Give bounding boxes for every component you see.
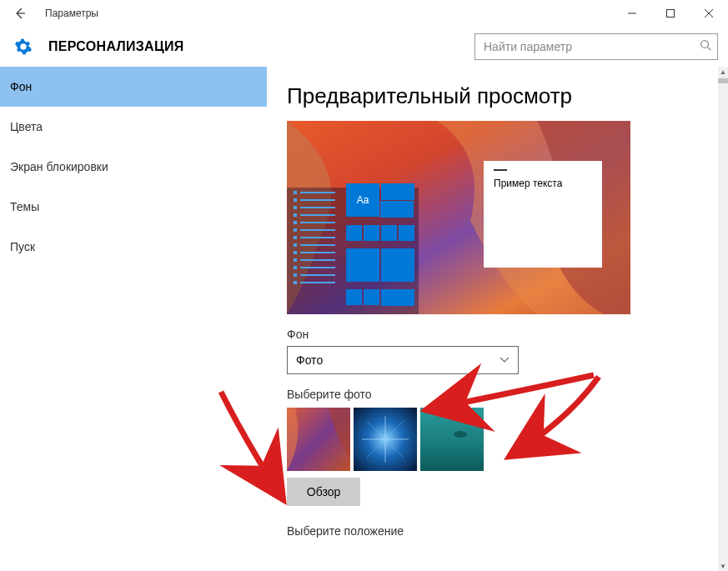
preview-tile-aa: Aa: [346, 183, 379, 217]
thumbnail-4[interactable]: [487, 408, 550, 471]
browse-button[interactable]: Обзор: [287, 478, 360, 506]
scroll-up-arrow[interactable]: ▲: [718, 67, 728, 77]
minimize-button[interactable]: [613, 0, 651, 27]
sidebar-item-lockscreen[interactable]: Экран блокировки: [0, 147, 267, 187]
scroll-thumb[interactable]: [718, 78, 728, 83]
preview-sample-text: Пример текста: [494, 178, 562, 189]
header: ПЕРСОНАЛИЗАЦИЯ: [0, 27, 728, 67]
svg-point-10: [454, 431, 467, 438]
thumbnail-2[interactable]: [354, 408, 417, 471]
search-container: [474, 33, 718, 60]
preview-start-list: [294, 191, 335, 288]
browse-button-label: Обзор: [307, 485, 340, 498]
dropdown-value: Фото: [296, 353, 323, 367]
scroll-down-arrow[interactable]: ▼: [718, 561, 728, 571]
chevron-down-icon: [500, 355, 510, 365]
svg-rect-9: [420, 408, 484, 471]
scrollbar[interactable]: ▲ ▼: [718, 67, 728, 571]
sidebar-item-start[interactable]: Пуск: [0, 227, 267, 267]
background-label: Фон: [287, 328, 708, 341]
back-button[interactable]: [0, 0, 40, 27]
sidebar-item-label: Темы: [10, 200, 39, 213]
preview-pane: Aa Пример текста: [287, 121, 630, 314]
section-title: ПЕРСОНАЛИЗАЦИЯ: [48, 39, 184, 54]
sidebar-item-colors[interactable]: Цвета: [0, 107, 267, 147]
title-bar: Параметры: [0, 0, 728, 27]
search-input[interactable]: [474, 33, 718, 60]
thumbnail-3[interactable]: [420, 408, 484, 471]
content-area: Предварительный просмотр: [267, 67, 728, 571]
sidebar-item-label: Цвета: [10, 120, 43, 133]
sidebar-item-themes[interactable]: Темы: [0, 187, 267, 227]
window-title: Параметры: [40, 8, 98, 19]
sidebar-item-background[interactable]: Фон: [0, 67, 267, 107]
gear-icon: [10, 33, 37, 60]
window-controls: [613, 0, 728, 27]
sidebar: Фон Цвета Экран блокировки Темы Пуск: [0, 67, 267, 571]
maximize-button[interactable]: [651, 0, 690, 27]
page-title: Предварительный просмотр: [287, 83, 708, 109]
svg-rect-1: [667, 10, 675, 18]
choose-position-label: Выберите положение: [287, 524, 708, 538]
photo-thumbnails: [287, 408, 708, 471]
preview-start-tiles: Aa: [345, 183, 417, 313]
sidebar-item-label: Фон: [10, 80, 32, 93]
thumbnail-1[interactable]: [287, 408, 350, 471]
background-dropdown[interactable]: Фото: [287, 346, 519, 374]
close-button[interactable]: [690, 0, 728, 27]
sidebar-item-label: Пуск: [10, 240, 35, 253]
thumbnail-5[interactable]: [554, 408, 617, 471]
choose-photo-label: Выберите фото: [287, 388, 708, 401]
sidebar-item-label: Экран блокировки: [10, 160, 108, 173]
preview-sample-window: Пример текста: [484, 161, 602, 268]
